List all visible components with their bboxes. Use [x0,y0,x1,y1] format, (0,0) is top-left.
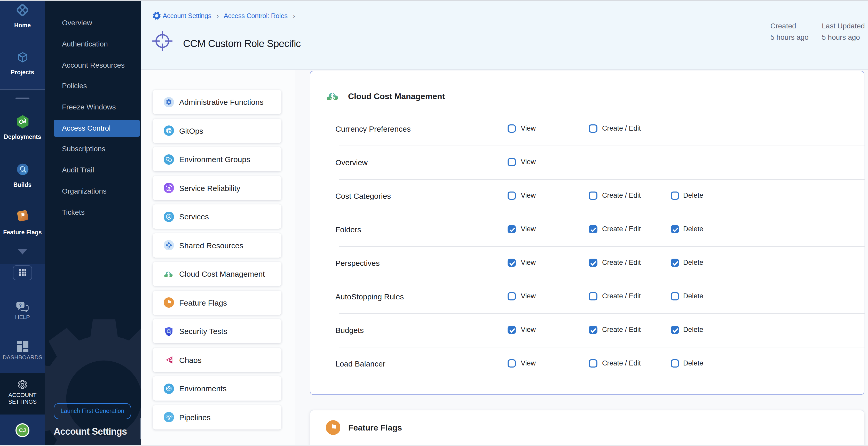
svg-text:?: ? [19,303,22,308]
